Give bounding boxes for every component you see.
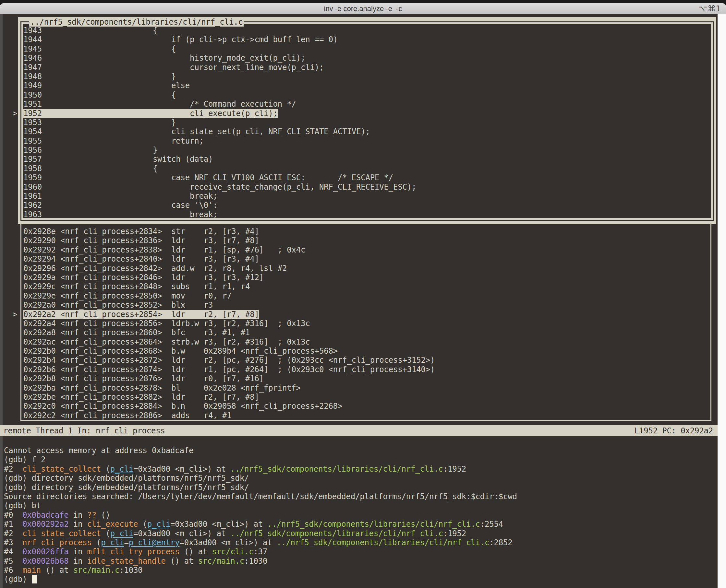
console-text-segment: :1952 [443, 529, 466, 538]
source-line: 1956 } [23, 146, 711, 154]
source-line: 1944 if (p_cli->p_ctx->cmd_buff_len == 0… [23, 35, 711, 44]
console-text-segment: #2 [4, 529, 22, 538]
console-line: #5 0x00026b68 in idle_state_handle () at… [4, 556, 714, 566]
console-text-segment: cli_execute [87, 520, 138, 529]
asm-line: 0x2928e <nrf_cli_process+2834> str r2, [… [23, 227, 710, 236]
console-line: (gdb) directory sdk/embedded/platforms/n… [4, 474, 714, 483]
source-line: 1948 } [23, 72, 711, 81]
source-line: 1955 return; [23, 136, 711, 146]
asm-line: 0x292a8 <nrf_cli_process+2860> bfc r3, #… [23, 328, 710, 337]
console-text-segment: (gdb) f 2 [4, 455, 45, 464]
console-text-segment: src/main.c [73, 566, 120, 575]
console-text-segment: ( [138, 520, 147, 529]
source-line: 1954 cli_state_set(p_cli, NRF_CLI_STATE_… [23, 127, 711, 136]
window-left-edge [0, 14, 3, 588]
asm-line: 0x2929e <nrf_cli_process+2850> mov r0, r… [23, 291, 710, 300]
status-bar: remote Thread 1 In: nrf_cli_process L195… [0, 425, 718, 436]
asm-current-line-marker: > [13, 310, 17, 319]
status-thread-info: remote Thread 1 In: nrf_cli_process [3, 426, 165, 435]
asm-line: 0x292b8 <nrf_cli_process+2876> ldr r0, [… [23, 374, 710, 383]
console-text-segment: () at [166, 556, 198, 566]
source-window-body: 1943 {1944 if (p_cli->p_ctx->cmd_buff_le… [23, 24, 711, 218]
asm-line: 0x29294 <nrf_cli_process+2840> ldr r3, [… [23, 254, 710, 264]
console-text-segment: 0x00026ffa [22, 547, 69, 556]
source-code-listing: 1943 {1944 if (p_cli->p_ctx->cmd_buff_le… [23, 26, 711, 218]
console-text-segment: src/main.c [198, 556, 245, 566]
console-text-segment: =0x3ad00 <m_cli>) at [180, 538, 277, 547]
console-text-segment: p_cli [110, 529, 133, 538]
window-title: inv -e core.analyze -e -c [324, 4, 402, 13]
asm-line: 0x292a0 <nrf_cli_process+2852> blx r3 [23, 300, 710, 310]
status-line-pc-info: L1952 PC: 0x292a2 [634, 426, 713, 435]
console-line: #0 0x0badcafe in ?? () [4, 510, 714, 520]
console-text-segment: :37 [254, 547, 268, 556]
console-text-segment: ?? [87, 510, 97, 520]
console-line: #2 cli_state_collect (p_cli=0x3ad00 <m_c… [4, 529, 714, 538]
terminal-cursor[interactable] [32, 575, 37, 584]
console-text-segment: =0x3ad00 <m_cli>) at [133, 529, 230, 538]
asm-line: 0x292c0 <nrf_cli_process+2884> b.n 0x290… [23, 402, 710, 411]
source-line: 1953 } [23, 118, 711, 127]
console-text-segment: #0 [4, 510, 22, 520]
source-line: 1957 switch (data) [23, 154, 711, 164]
console-text-segment: cli_state_collect [22, 529, 101, 538]
asm-line: 0x292b6 <nrf_cli_process+2874> ldr r1, [… [23, 365, 710, 374]
window-shortcut-badge: ⌥⌘1 [698, 4, 721, 13]
console-line: #6 main () at src/main.c:1030 [4, 566, 714, 575]
console-text-segment: 0x0badcafe [22, 510, 69, 520]
console-line: Cannot access memory at address 0xbadcaf… [4, 446, 714, 455]
console-text-segment: ( [101, 464, 110, 474]
source-current-line-marker: > [13, 109, 17, 118]
gdb-console[interactable]: Cannot access memory at address 0xbadcaf… [4, 446, 714, 584]
source-line: 1958 { [23, 164, 711, 173]
disassembly-listing: 0x2928e <nrf_cli_process+2834> str r2, [… [23, 227, 710, 420]
source-line: 1949 else [23, 81, 711, 90]
console-text-segment: ../nrf5_sdk/components/libraries/cli/nrf… [230, 464, 443, 474]
console-text-segment: () at [41, 566, 73, 575]
console-text-segment: #3 [4, 538, 22, 547]
asm-line: 0x292be <nrf_cli_process+2882> ldr r2, [… [23, 393, 710, 402]
console-text-segment: =0x3ad00 <m_cli>) at [170, 520, 267, 529]
console-text-segment: #5 [4, 556, 22, 566]
console-text-segment: in [69, 520, 87, 529]
terminal[interactable]: ../nrf5_sdk/components/libraries/cli/nrf… [0, 14, 718, 588]
console-line: #4 0x00026ffa in mflt_cli_try_process ()… [4, 547, 714, 556]
console-text-segment: idle_state_handle [87, 556, 166, 566]
console-text-segment: ( [101, 529, 110, 538]
console-text-segment: #1 [4, 520, 22, 529]
disassembly-window: 0x2928e <nrf_cli_process+2834> str r2, [… [20, 224, 711, 421]
console-text-segment: #6 [4, 566, 22, 575]
source-line: 1962 case '\0': [23, 201, 711, 210]
asm-line: 0x292ac <nrf_cli_process+2864> strb.w r3… [23, 337, 710, 346]
console-text-segment: p_cli [101, 538, 124, 547]
console-text-segment: :2554 [480, 520, 503, 529]
asm-line: 0x2929c <nrf_cli_process+2848> subs r1, … [23, 282, 710, 291]
console-text-segment: 0x00026b68 [22, 556, 69, 566]
console-text-segment: :1030 [119, 566, 142, 575]
asm-line: 0x29290 <nrf_cli_process+2836> ldr r3, [… [23, 236, 710, 245]
console-text-segment: (gdb) directory sdk/embedded/platforms/n… [4, 483, 249, 492]
console-text-segment: in [69, 510, 87, 520]
source-line: 1959 case NRF_CLI_VT100_ASCII_ESC: /* ES… [23, 173, 711, 182]
asm-line: 0x292ba <nrf_cli_process+2878> bl 0x2e02… [23, 383, 710, 393]
console-line: #1 0x000292a2 in cli_execute (p_cli=0x3a… [4, 520, 714, 529]
console-text-segment: in [69, 556, 87, 566]
console-text-segment: main [22, 566, 41, 575]
console-line: (gdb) directory sdk/embedded/platforms/n… [4, 483, 714, 492]
console-line: #3 nrf_cli_process (p_cli=p_cli@entry=0x… [4, 538, 714, 547]
console-text-segment: ../nrf5_sdk/components/libraries/cli/nrf… [230, 529, 443, 538]
console-text-segment: p_cli [110, 464, 133, 474]
console-text-segment: #2 [4, 464, 22, 474]
gdb-prompt-line[interactable]: (gdb) [4, 575, 714, 584]
console-text-segment: =0x3ad00 <m_cli>) at [133, 464, 230, 474]
console-text-segment: #4 [4, 547, 22, 556]
console-text-segment: ../nrf5_sdk/components/libraries/cli/nrf… [267, 520, 480, 529]
source-line: 1951 /* Command execution */ [23, 100, 711, 109]
source-window: ../nrf5_sdk/components/libraries/cli/nrf… [18, 17, 716, 224]
console-text-segment: in [69, 547, 87, 556]
source-line: 1943 { [23, 26, 711, 35]
source-line: 1946 history_mode_exit(p_cli); [23, 54, 711, 63]
window-titlebar[interactable]: inv -e core.analyze -e -c ⌥⌘1 [0, 3, 726, 14]
source-line: 1947 cursor_next_line_move(p_cli); [23, 63, 711, 72]
console-line: (gdb) f 2 [4, 455, 714, 464]
